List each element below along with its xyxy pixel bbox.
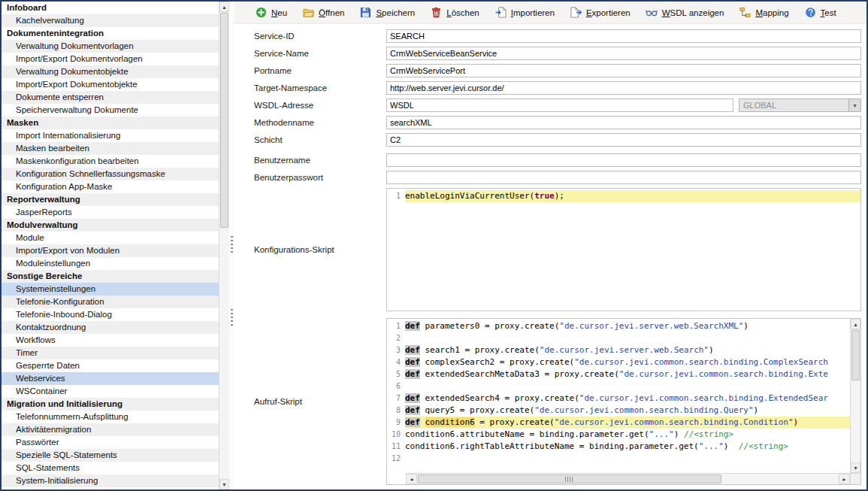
sidebar-item[interactable]: Aktivitätenmigration	[2, 423, 219, 436]
toolbar-button-import[interactable]: Importieren	[489, 5, 560, 21]
sidebar-item-label: Import/Export Dokumentobjekte	[16, 80, 138, 89]
sidebar-item[interactable]: Reportverwaltung	[2, 193, 219, 206]
sidebar-scrollbar-thumb[interactable]	[220, 13, 228, 228]
call-editor-hscrollbar-track[interactable]	[417, 474, 839, 484]
code-segment: "de.cursor.jevi.server.web.SearchXML"	[559, 321, 743, 331]
sidebar-item[interactable]: Infoboard	[2, 2, 219, 14]
toolbar-button-test[interactable]: Test	[799, 5, 842, 21]
toolbar-button-mapping[interactable]: Mapping	[733, 5, 794, 21]
sidebar-item[interactable]: Verwaltung Dokumentobjekte	[2, 65, 219, 78]
sidebar-item[interactable]: Webservices	[2, 372, 219, 385]
code-line-text: def extendedSearch4 = proxy.create("de.c…	[405, 392, 850, 405]
wsdl-scope-select[interactable]: GLOBAL▼	[739, 99, 861, 112]
scroll-down-icon[interactable]: ▼	[219, 479, 229, 489]
sidebar-item[interactable]: Import/Export von Modulen	[2, 244, 219, 257]
sidebar-list: InfoboardKachelverwaltungDokumenteninteg…	[2, 2, 219, 489]
sidebar-item[interactable]: Module	[2, 232, 219, 244]
main-panel: NeuÖffnenSpeichernLöschenImportierenExpo…	[234, 2, 866, 489]
schicht-input[interactable]	[386, 133, 861, 147]
call-editor-hscrollbar-thumb[interactable]	[418, 474, 721, 483]
sidebar-item[interactable]: Telefonie-Inbound-Dialog	[2, 308, 219, 321]
scroll-up-icon[interactable]: ▲	[851, 319, 860, 329]
sidebar-item[interactable]: Kachelverwaltung	[2, 14, 219, 27]
sidebar-item[interactable]: Masken	[2, 117, 219, 129]
sidebar-item[interactable]: Sonstige Bereiche	[2, 270, 219, 283]
field-row-service-name: Service-Name	[254, 47, 861, 60]
glasses-icon	[646, 7, 658, 19]
call-editor-vscrollbar-track[interactable]	[851, 329, 860, 462]
line-number: 1	[387, 190, 405, 202]
code-segment: )	[743, 321, 749, 331]
call-editor-vscrollbar-thumb[interactable]	[851, 330, 860, 380]
toolbar-button-new[interactable]: Neu	[250, 5, 292, 21]
sidebar-item[interactable]: Telefonnummern-Aufsplittung	[2, 411, 219, 423]
toolbar-button-save[interactable]: Speichern	[354, 5, 420, 21]
sidebar-item[interactable]: WSContainer	[2, 385, 219, 398]
service-id-input[interactable]	[386, 29, 861, 43]
scroll-left-icon[interactable]: ◄	[406, 474, 417, 484]
call-editor-vscrollbar[interactable]: ▲ ▼	[850, 319, 860, 473]
sidebar-item[interactable]: Timer	[2, 347, 219, 359]
scroll-down-icon[interactable]: ▼	[851, 462, 860, 473]
sidebar-scrollbar[interactable]: ▲ ▼	[219, 2, 229, 489]
service-name-input[interactable]	[386, 47, 861, 60]
sidebar-item[interactable]: Systemeinstellungen	[2, 283, 219, 296]
sidebar-item[interactable]: Import/Export Dokumentobjekte	[2, 78, 219, 91]
code-line-text: def query5 = proxy.create("de.cursor.jev…	[405, 405, 850, 417]
sidebar-item-label: Kachelverwaltung	[16, 16, 84, 25]
line-number: 7	[387, 392, 405, 405]
sidebar-item[interactable]: Spezielle SQL-Statements	[2, 449, 219, 462]
form-fields: Service-IDService-NamePortnameTarget-Nam…	[254, 29, 861, 188]
methodenname-input[interactable]	[386, 116, 861, 129]
sidebar-item[interactable]: SQL-Statements	[2, 462, 219, 474]
sidebar-item[interactable]: Speicherverwaltung Dokumente	[2, 104, 219, 117]
sidebar-item[interactable]: Passwörter	[2, 436, 219, 449]
sidebar-item[interactable]: JasperReports	[2, 206, 219, 219]
sidebar-item[interactable]: Workflows	[2, 334, 219, 347]
code-segment: "de.cursor.jevi.common.search.binding.Qu…	[534, 405, 753, 415]
scroll-up-icon[interactable]: ▲	[219, 2, 229, 12]
call-editor-hscrollbar[interactable]: ◄ ►	[406, 473, 850, 484]
sidebar-item[interactable]: Migration und Initialisierung	[2, 398, 219, 411]
sidebar-scrollbar-track[interactable]	[219, 12, 229, 479]
benutzername-input[interactable]	[386, 153, 861, 167]
code-segment: def	[405, 393, 420, 403]
code-segment: //<string>	[739, 441, 788, 451]
sidebar-item[interactable]: Konfiguration Schnellerfassungsmaske	[2, 168, 219, 180]
code-line: 1def parameters0 = proxy.create("de.curs…	[387, 320, 850, 332]
sidebar-item[interactable]: Gesperrte Daten	[2, 359, 219, 372]
scroll-right-icon[interactable]: ►	[839, 474, 850, 484]
sidebar-item[interactable]: Modulverwaltung	[2, 219, 219, 232]
toolbar-button-label: Speichern	[376, 8, 415, 17]
sidebar-item[interactable]: Kontaktzuordnung	[2, 321, 219, 334]
toolbar-button-export[interactable]: Exportieren	[564, 5, 636, 21]
sidebar-item[interactable]: Masken bearbeiten	[2, 142, 219, 155]
sidebar-item[interactable]: Telefonie-Konfiguration	[2, 296, 219, 308]
sidebar-item[interactable]: Import/Export Dokumentvorlagen	[2, 53, 219, 65]
sidebar-item[interactable]: Import Internationalisierung	[2, 129, 219, 142]
sidebar-item[interactable]: System-Initialisierung	[2, 474, 219, 487]
code-segment: )	[724, 441, 739, 451]
sidebar-splitter[interactable]	[229, 2, 234, 489]
target-namespace-input[interactable]	[386, 81, 861, 95]
sidebar-item[interactable]: Verwaltung Dokumentvorlagen	[2, 40, 219, 53]
code-line: 7def extendedSearch4 = proxy.create("de.…	[387, 392, 850, 405]
benutzerpasswort-input[interactable]	[386, 171, 861, 184]
sidebar: InfoboardKachelverwaltungDokumenteninteg…	[2, 2, 229, 489]
field-row-methodenname: Methodenname	[254, 116, 861, 129]
call-script-editor[interactable]: 1def parameters0 = proxy.create("de.curs…	[386, 318, 861, 485]
toolbar-button-show-wsdl[interactable]: WSDL anzeigen	[640, 5, 730, 21]
call-script-row: Aufruf-Skript 1def parameters0 = proxy.c…	[254, 318, 861, 485]
wsdl-adresse-input[interactable]	[386, 99, 733, 112]
toolbar-button-open[interactable]: Öffnen	[297, 5, 349, 21]
call-script-lines: 1def parameters0 = proxy.create("de.curs…	[387, 319, 850, 473]
toolbar-button-delete[interactable]: Löschen	[425, 5, 485, 21]
sidebar-item[interactable]: Dokumentenintegration	[2, 27, 219, 40]
benutzername-label: Benutzername	[254, 156, 386, 165]
portname-input[interactable]	[386, 64, 861, 77]
sidebar-item[interactable]: Maskenkonfiguration bearbeiten	[2, 155, 219, 168]
sidebar-item[interactable]: Moduleinstellungen	[2, 257, 219, 270]
sidebar-item[interactable]: Konfiguration App-Maske	[2, 180, 219, 193]
config-script-editor[interactable]: 1enableLoginViaCurrentUser(true);	[386, 188, 861, 311]
sidebar-item[interactable]: Dokumente entsperren	[2, 91, 219, 104]
